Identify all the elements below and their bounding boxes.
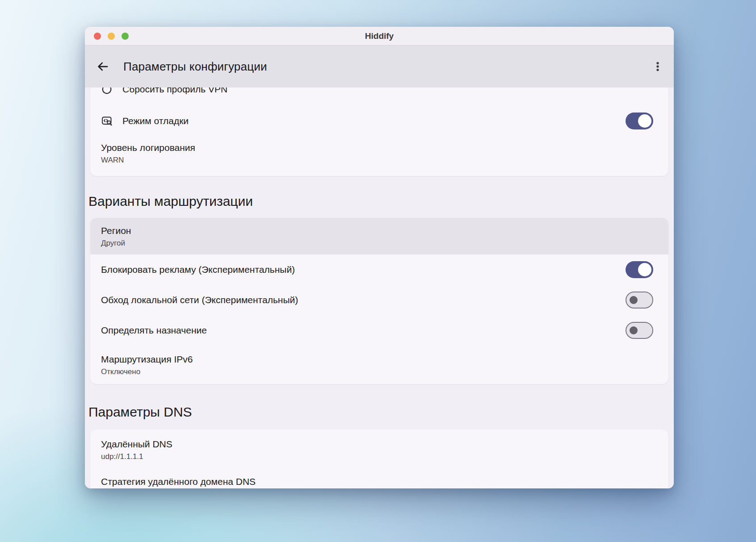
settings-scroll-area[interactable]: Сбросить профиль VPN Режим отладки	[85, 88, 674, 488]
reset-vpn-profile-label: Сбросить профиль VPN	[122, 88, 227, 95]
ipv6-routing-label: Маршрутизация IPv6	[101, 354, 653, 365]
dns-section-header: Параметры DNS	[85, 404, 674, 421]
general-settings-card: Сбросить профиль VPN Режим отладки	[90, 88, 668, 176]
debug-icon	[101, 115, 113, 127]
routing-section-header: Варианты маршрутизации	[85, 193, 674, 210]
resolve-destination-item[interactable]: Определять назначение	[90, 315, 668, 346]
debug-mode-item[interactable]: Режим отладки	[90, 105, 668, 137]
overflow-menu-button[interactable]	[650, 58, 666, 75]
remote-domain-strategy-label: Стратегия удалённого домена DNS	[101, 476, 653, 488]
block-ads-label: Блокировать рекламу (Экспериментальный)	[101, 264, 295, 275]
log-level-item[interactable]: Уровень логирования WARN	[90, 137, 668, 171]
back-button[interactable]	[95, 58, 111, 75]
region-value: Другой	[101, 238, 653, 248]
region-label: Регион	[101, 225, 653, 237]
arrow-left-icon	[96, 60, 109, 73]
resolve-destination-toggle[interactable]	[626, 322, 653, 339]
reset-vpn-profile-item[interactable]: Сбросить профиль VPN	[90, 88, 668, 105]
bypass-lan-toggle[interactable]	[626, 292, 653, 309]
remote-dns-item[interactable]: Удалённый DNS udp://1.1.1.1	[90, 429, 668, 468]
routing-options-card: Регион Другой Блокировать рекламу (Экспе…	[90, 218, 668, 384]
hiddify-window: Hiddify Параметры конфигурации	[85, 27, 674, 488]
page-title: Параметры конфигурации	[123, 60, 267, 74]
remote-dns-label: Удалённый DNS	[101, 438, 653, 450]
region-item[interactable]: Регион Другой	[90, 218, 668, 254]
close-window-button[interactable]	[94, 33, 101, 40]
app-bar: Параметры конфигурации	[85, 46, 674, 88]
resolve-destination-label: Определять назначение	[101, 325, 207, 336]
reset-icon	[101, 88, 113, 95]
ipv6-routing-item[interactable]: Маршрутизация IPv6 Отключено	[90, 346, 668, 384]
macos-titlebar: Hiddify	[85, 27, 674, 46]
dns-settings-card: Удалённый DNS udp://1.1.1.1 Стратегия уд…	[90, 429, 668, 488]
kebab-menu-icon	[652, 61, 664, 72]
log-level-value: WARN	[101, 155, 653, 165]
traffic-lights	[94, 27, 129, 46]
block-ads-toggle[interactable]	[626, 261, 653, 278]
remote-dns-value: udp://1.1.1.1	[101, 452, 653, 462]
bypass-lan-item[interactable]: Обход локальной сети (Экспериментальный)	[90, 285, 668, 315]
debug-mode-toggle[interactable]	[626, 113, 653, 129]
log-level-label: Уровень логирования	[101, 142, 653, 154]
minimize-window-button[interactable]	[108, 33, 115, 40]
zoom-window-button[interactable]	[122, 33, 129, 40]
debug-mode-label: Режим отладки	[122, 116, 189, 126]
window-title: Hiddify	[365, 31, 394, 41]
block-ads-item[interactable]: Блокировать рекламу (Экспериментальный)	[90, 254, 668, 285]
ipv6-routing-value: Отключено	[101, 367, 653, 377]
remote-domain-strategy-item[interactable]: Стратегия удалённого домена DNS	[90, 468, 668, 488]
bypass-lan-label: Обход локальной сети (Экспериментальный)	[101, 295, 298, 305]
